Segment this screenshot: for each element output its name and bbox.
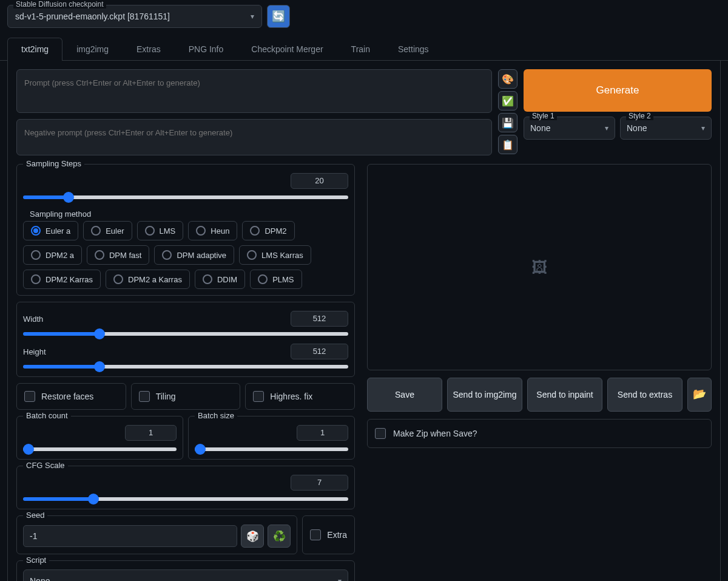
radio-icon xyxy=(250,226,260,236)
restore-faces-checkbox[interactable]: Restore faces xyxy=(16,383,126,410)
batch-size-group: Batch size 1 xyxy=(188,416,355,460)
script-select[interactable]: None ▾ xyxy=(23,569,348,581)
palette-icon: 🎨 xyxy=(502,73,514,85)
sampler-option[interactable]: PLMS xyxy=(250,270,302,289)
cfg-scale-slider[interactable] xyxy=(23,497,348,501)
seed-label: Seed xyxy=(23,511,47,520)
make-zip-checkbox[interactable]: Make Zip when Save? xyxy=(367,419,712,448)
sampler-option[interactable]: DPM2 xyxy=(242,221,294,240)
dimensions-group: Width 512 Height 512 xyxy=(16,302,355,377)
sampler-option[interactable]: DPM adaptive xyxy=(154,245,234,265)
tab-settings[interactable]: Settings xyxy=(384,38,443,60)
sampler-option-label: DDIM xyxy=(217,275,237,284)
send-to-inpaint-button[interactable]: Send to inpaint xyxy=(527,378,602,412)
save-style-button[interactable]: 💾 xyxy=(498,113,517,132)
width-label: Width xyxy=(23,314,43,324)
sampler-option[interactable]: LMS Karras xyxy=(239,245,311,265)
folder-icon: 📂 xyxy=(693,387,706,401)
checkpoint-label: Stable Diffusion checkpoint xyxy=(13,0,106,8)
tab-extras[interactable]: Extras xyxy=(123,38,175,60)
style1-label: Style 1 xyxy=(530,112,557,120)
sampler-option[interactable]: Euler xyxy=(83,221,132,240)
paste-button[interactable]: 📋 xyxy=(498,135,517,154)
batch-count-label: Batch count xyxy=(23,411,71,420)
batch-count-value[interactable]: 1 xyxy=(125,425,177,441)
sampling-steps-value[interactable]: 20 xyxy=(291,173,348,189)
seed-input[interactable] xyxy=(23,525,237,547)
sampling-steps-slider[interactable] xyxy=(23,195,348,199)
checkbox-icon xyxy=(310,529,321,540)
sampler-option[interactable]: Euler a xyxy=(23,221,78,240)
sampler-option[interactable]: DPM2 a xyxy=(23,245,82,265)
sampler-option[interactable]: LMS xyxy=(137,221,184,240)
prompt-input[interactable] xyxy=(16,69,492,113)
script-group: Script None ▾ xyxy=(16,560,355,581)
interrogate-button[interactable]: 🎨 xyxy=(498,69,517,89)
width-slider[interactable] xyxy=(23,332,348,336)
width-value[interactable]: 512 xyxy=(291,311,348,327)
sampler-option[interactable]: DPM2 a Karras xyxy=(106,270,190,289)
radio-icon xyxy=(95,250,104,260)
image-placeholder-icon: 🖼 xyxy=(531,258,547,277)
highres-fix-checkbox[interactable]: Highres. fix xyxy=(245,383,355,410)
sampler-option-label: DPM fast xyxy=(109,251,141,260)
random-seed-button[interactable]: 🎲 xyxy=(241,525,264,548)
sampler-option-label: Euler a xyxy=(46,226,70,236)
cfg-scale-label: CFG Scale xyxy=(23,461,68,470)
tab-img2img[interactable]: img2img xyxy=(62,38,123,60)
radio-icon xyxy=(203,274,212,284)
height-slider[interactable] xyxy=(23,365,348,369)
radio-icon xyxy=(113,274,123,284)
tab-pnginfo[interactable]: PNG Info xyxy=(175,38,238,60)
send-to-extras-button[interactable]: Send to extras xyxy=(607,378,682,412)
sampler-option-label: DPM2 a xyxy=(46,251,74,260)
radio-icon xyxy=(258,274,268,284)
tab-txt2img[interactable]: txt2img xyxy=(7,38,62,60)
checkbox-icon xyxy=(375,428,386,439)
generate-button[interactable]: Generate xyxy=(524,69,712,112)
negative-prompt-input[interactable] xyxy=(16,119,492,155)
sampler-option[interactable]: Heun xyxy=(188,221,237,240)
style1-value: None xyxy=(530,123,550,133)
height-value[interactable]: 512 xyxy=(291,344,348,359)
sampler-option[interactable]: DDIM xyxy=(195,270,245,289)
radio-icon xyxy=(31,250,41,260)
sampler-option-label: DPM2 xyxy=(265,226,286,236)
sampler-option-label: DPM2 Karras xyxy=(46,275,93,284)
radio-icon xyxy=(196,226,206,236)
seed-extra-checkbox[interactable]: Extra xyxy=(302,515,355,554)
sampler-option-label: LMS Karras xyxy=(261,251,303,260)
refresh-icon: 🔄 xyxy=(272,10,285,23)
sampler-option-label: LMS xyxy=(160,226,176,236)
save-button[interactable]: Save xyxy=(367,378,442,412)
checkpoint-value: sd-v1-5-pruned-emaonly.ckpt [81761151] xyxy=(15,12,170,21)
main-tabs: txt2img img2img Extras PNG Info Checkpoi… xyxy=(0,30,728,61)
sampler-option-label: PLMS xyxy=(272,275,294,284)
batch-size-slider[interactable] xyxy=(195,447,348,451)
reuse-seed-button[interactable]: ♻️ xyxy=(268,525,291,548)
batch-size-label: Batch size xyxy=(195,411,237,420)
radio-icon xyxy=(91,226,101,236)
batch-size-value[interactable]: 1 xyxy=(297,425,348,441)
tab-train[interactable]: Train xyxy=(337,38,384,60)
cfg-scale-value[interactable]: 7 xyxy=(291,475,348,491)
chevron-down-icon: ▾ xyxy=(251,12,254,21)
dice-icon: 🎲 xyxy=(246,530,259,543)
open-folder-button[interactable]: 📂 xyxy=(687,378,712,412)
radio-icon xyxy=(31,274,41,284)
clipboard-icon: 📋 xyxy=(502,139,514,151)
refresh-checkpoint-button[interactable]: 🔄 xyxy=(267,5,290,28)
script-label: Script xyxy=(23,556,49,565)
sampler-option[interactable]: DPM2 Karras xyxy=(23,270,101,289)
radio-icon xyxy=(162,250,172,260)
batch-count-slider[interactable] xyxy=(23,447,177,451)
sampler-option[interactable]: DPM fast xyxy=(87,245,149,265)
sampler-option-label: DPM2 a Karras xyxy=(128,275,182,284)
send-to-img2img-button[interactable]: Send to img2img xyxy=(447,378,522,412)
tab-checkpoint-merger[interactable]: Checkpoint Merger xyxy=(237,38,337,60)
checkbox-icon xyxy=(139,391,150,402)
sampler-option-label: Euler xyxy=(106,226,124,236)
apply-style-button[interactable]: ✅ xyxy=(498,91,517,110)
tiling-checkbox[interactable]: Tiling xyxy=(131,383,241,410)
checkbox-icon xyxy=(253,391,264,402)
